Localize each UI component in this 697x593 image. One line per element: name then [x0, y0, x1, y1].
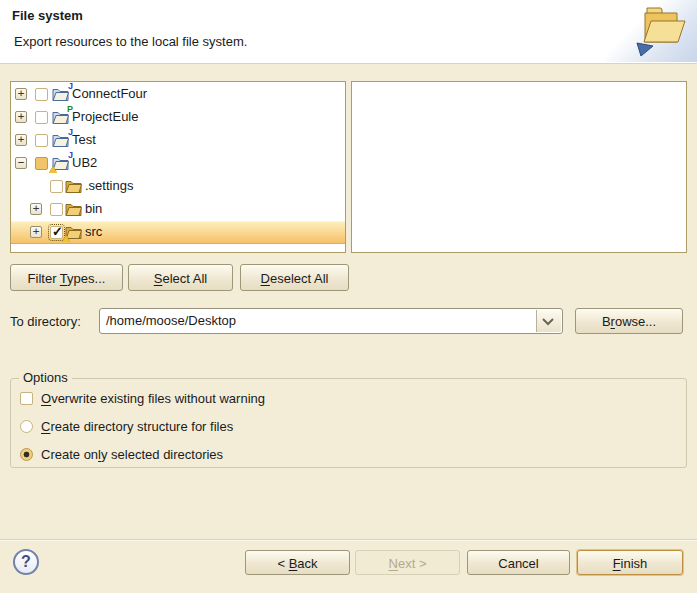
select-all-button[interactable]: Select All	[128, 264, 233, 291]
page-title: File system	[12, 8, 83, 23]
tree-item-label: .settings	[85, 178, 133, 193]
project-folder-icon: P	[52, 110, 69, 124]
expand-plus-icon[interactable]: +	[15, 111, 27, 123]
tree-checkbox-settings[interactable]	[50, 180, 63, 193]
tree-item-label: ProjectEule	[72, 109, 138, 124]
footer-separator	[0, 539, 697, 540]
export-wizard-dialog: File system Export resources to the loca…	[0, 0, 697, 593]
file-list-panel[interactable]	[351, 81, 687, 253]
tree-item-label: ConnectFour	[72, 86, 147, 101]
cancel-button[interactable]: Cancel	[467, 550, 570, 575]
java-project-folder-icon: J	[52, 87, 69, 101]
resource-tree[interactable]: +JConnectFour+PProjectEule+JTest−JUB2.se…	[10, 81, 346, 253]
browse-button[interactable]: Browse...	[575, 308, 683, 334]
chevron-down-icon[interactable]	[536, 310, 561, 332]
deselect-all-button[interactable]: Deselect All	[240, 264, 349, 291]
tree-item-label: Test	[72, 132, 96, 147]
option-label: Create directory structure for files	[41, 419, 233, 434]
tree-row-bin[interactable]: +bin	[11, 198, 345, 221]
tree-checkbox-test[interactable]	[35, 134, 48, 147]
to-directory-label: To directory:	[10, 314, 81, 329]
option-label: Create only selected directories	[41, 447, 223, 462]
radio-checked[interactable]	[20, 448, 33, 461]
collapse-minus-icon[interactable]: −	[15, 157, 27, 169]
tree-checkbox-projecteule[interactable]	[35, 111, 48, 124]
destination-value[interactable]: /home/moose/Desktop	[106, 313, 236, 328]
tree-item-label: UB2	[72, 155, 97, 170]
radio-unchecked[interactable]	[20, 420, 33, 433]
expand-plus-icon[interactable]: +	[30, 226, 42, 238]
option-label: Overwrite existing files without warning	[41, 391, 265, 406]
expand-plus-icon[interactable]: +	[15, 134, 27, 146]
finish-button[interactable]: Finish	[577, 550, 683, 575]
tree-row-connectfour[interactable]: +JConnectFour	[11, 83, 345, 106]
help-button[interactable]: ?	[13, 549, 39, 575]
warning-overlay-icon	[49, 166, 57, 173]
wizard-banner: File system Export resources to the loca…	[0, 0, 697, 64]
folder-icon	[65, 225, 82, 239]
java-project-folder-icon: J	[52, 156, 69, 170]
button-label: Filter	[28, 271, 60, 286]
tree-row-src[interactable]: +src	[11, 221, 345, 244]
folder-icon	[65, 202, 82, 216]
export-folder-icon	[605, 0, 697, 62]
destination-combo[interactable]: /home/moose/Desktop	[99, 308, 563, 334]
tree-item-label: bin	[85, 201, 102, 216]
filter-types-button[interactable]: Filter Types...	[10, 264, 123, 291]
back-button[interactable]: < Back	[245, 550, 350, 575]
folder-icon	[65, 179, 82, 193]
tree-row-settings[interactable]: .settings	[11, 175, 345, 198]
warning-overlay-icon	[62, 235, 70, 242]
tree-checkbox-bin[interactable]	[50, 203, 63, 216]
tree-row-ub2[interactable]: −JUB2	[11, 152, 345, 175]
tree-row-projecteule[interactable]: +PProjectEule	[11, 106, 345, 129]
tree-checkbox-ub2[interactable]	[35, 157, 48, 170]
tree-item-label: src	[85, 224, 102, 239]
checkbox-unchecked[interactable]	[20, 392, 33, 405]
tree-checkbox-connectfour[interactable]	[35, 88, 48, 101]
options-group: Options Overwrite existing files without…	[10, 378, 687, 468]
java-project-folder-icon: J	[52, 133, 69, 147]
page-subtitle: Export resources to the local file syste…	[14, 34, 247, 49]
expand-plus-icon[interactable]: +	[15, 88, 27, 100]
tree-row-test[interactable]: +JTest	[11, 129, 345, 152]
next-button[interactable]: Next >	[355, 550, 460, 575]
options-legend: Options	[19, 370, 72, 385]
expand-plus-icon[interactable]: +	[30, 203, 42, 215]
